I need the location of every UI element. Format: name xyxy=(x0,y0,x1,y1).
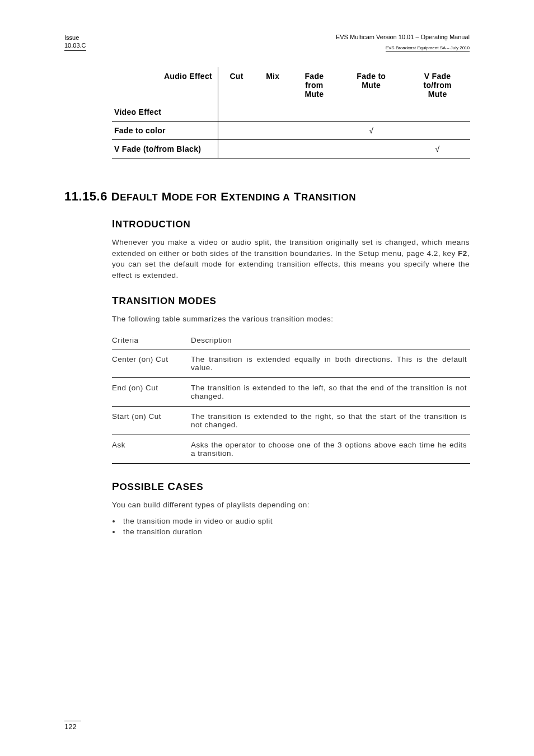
cell: √ xyxy=(338,122,405,140)
table-row: Center (on) Cut The transition is extend… xyxy=(112,349,470,377)
criteria-cell: Center (on) Cut xyxy=(112,349,191,377)
video-effect-header: Video Effect xyxy=(112,103,218,122)
description-cell: The transition is extended to the left, … xyxy=(191,377,470,406)
cell: √ xyxy=(405,140,470,158)
col-mix: Mix xyxy=(255,67,291,103)
cell xyxy=(218,122,255,140)
criteria-cell: Ask xyxy=(112,435,191,463)
possible-cases-intro: You can build different types of playlis… xyxy=(112,500,470,511)
cell xyxy=(291,140,338,158)
cell xyxy=(405,122,470,140)
cell xyxy=(255,122,291,140)
introduction-text: Whenever you make a video or audio split… xyxy=(112,237,470,281)
criteria-cell: End (on) Cut xyxy=(112,377,191,406)
description-cell: The transition is extended to the right,… xyxy=(191,406,470,435)
section-heading: 11.15.6 DEFAULT MODE FOR EXTENDING A TRA… xyxy=(64,189,470,204)
manual-subtitle: EVS Broadcast Equipment SA – July 2010 xyxy=(386,45,470,52)
transition-modes-intro: The following table summarizes the vario… xyxy=(112,314,470,325)
cell xyxy=(338,140,405,158)
possible-cases-list: the transition mode in video or audio sp… xyxy=(112,517,470,536)
criteria-cell: Start (on) Cut xyxy=(112,406,191,435)
issue-label: Issue xyxy=(64,34,79,41)
modes-table: Criteria Description Center (on) Cut The… xyxy=(112,332,470,464)
audio-effect-header: Audio Effect xyxy=(112,67,218,103)
possible-cases-heading: POSSIBLE CASES xyxy=(112,480,470,493)
page-number: 122 xyxy=(64,721,81,731)
row-fade-to-color: Fade to color xyxy=(112,122,218,140)
col-fade-from-mute: FadefromMute xyxy=(291,67,338,103)
description-cell: Asks the operator to choose one of the 3… xyxy=(191,435,470,463)
introduction-heading: INTRODUCTION xyxy=(112,218,470,230)
table-row: Ask Asks the operator to choose one of t… xyxy=(112,435,470,463)
effects-table: Audio Effect Cut Mix FadefromMute Fade t… xyxy=(112,67,470,158)
section-number: 11.15.6 xyxy=(64,189,107,203)
list-item: the transition duration xyxy=(121,528,470,536)
cell xyxy=(218,140,255,158)
table-row: End (on) Cut The transition is extended … xyxy=(112,377,470,406)
row-vfade-black: V Fade (to/from Black) xyxy=(112,140,218,158)
col-fade-to-mute: Fade toMute xyxy=(338,67,405,103)
description-cell: The transition is extended equally in bo… xyxy=(191,349,470,377)
col-cut: Cut xyxy=(218,67,255,103)
col-description: Description xyxy=(191,332,470,349)
issue-number: 10.03.C xyxy=(64,42,86,49)
header-manual: EVS Multicam Version 10.01 – Operating M… xyxy=(336,34,470,52)
cell xyxy=(255,140,291,158)
col-criteria: Criteria xyxy=(112,332,191,349)
col-vfade-mute: V Fadeto/fromMute xyxy=(405,67,470,103)
list-item: the transition mode in video or audio sp… xyxy=(121,517,470,525)
cell xyxy=(291,122,338,140)
manual-title: EVS Multicam Version 10.01 – Operating M… xyxy=(336,34,470,41)
header-issue: Issue 10.03.C xyxy=(64,34,86,51)
transition-modes-heading: TRANSITION MODES xyxy=(112,295,470,307)
table-row: Start (on) Cut The transition is extende… xyxy=(112,406,470,435)
